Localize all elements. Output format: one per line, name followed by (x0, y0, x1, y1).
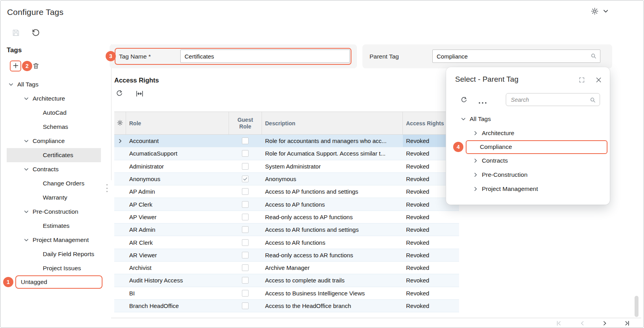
add-tag-button[interactable] (10, 60, 21, 71)
tree-item-all-tags[interactable]: All Tags (0, 77, 107, 92)
guest-role-checkbox[interactable] (242, 264, 249, 271)
table-row-ar-viewer[interactable]: AR ViewerRead-only access to AR function… (114, 249, 459, 262)
guest-role-checkbox[interactable] (242, 302, 249, 309)
splitter-grip-handle[interactable] (106, 184, 108, 192)
guest-role-checkbox-checked[interactable] (242, 176, 249, 182)
undo-button[interactable] (31, 28, 40, 38)
chevron-right-icon[interactable] (472, 172, 479, 178)
settings-gear-button[interactable] (591, 7, 599, 16)
previous-page-button[interactable] (579, 320, 586, 328)
search-input[interactable] (506, 93, 600, 106)
tree-item-autocad[interactable]: AutoCad (0, 106, 107, 120)
cell-access-rights: Revoked (403, 274, 459, 286)
save-button[interactable] (12, 29, 20, 38)
dialog-more-button[interactable] (478, 99, 487, 105)
guest-role-checkbox[interactable] (242, 277, 249, 284)
delete-tag-button[interactable] (32, 62, 40, 71)
tree-item-schemas[interactable]: Schemas (0, 120, 107, 134)
tree-item-project-management[interactable]: Project Management (446, 182, 610, 196)
parent-tag-input[interactable] (432, 49, 600, 63)
tree-item-label: Pre-Construction (482, 171, 527, 178)
table-row-anonymous[interactable]: AnonymousAnonymousRevoked (114, 173, 459, 185)
tree-item-pre-construction[interactable]: Pre-Construction (446, 168, 610, 182)
column-header-guest-role[interactable]: Guest Role (229, 112, 262, 134)
tree-item-label: All Tags (17, 81, 38, 88)
last-page-button[interactable] (624, 320, 631, 328)
guest-role-checkbox[interactable] (242, 188, 249, 195)
cell-role: AP Viewer (126, 211, 229, 223)
tree-item-pre-construction[interactable]: Pre-Construction (0, 205, 107, 219)
tree-item-label: Project Issues (43, 265, 81, 272)
table-row-ap-clerk[interactable]: AP ClerkAccess to AP functionsRevoked (114, 198, 459, 211)
chevron-down-icon[interactable] (23, 209, 29, 214)
tree-item-warranty[interactable]: Warranty (0, 191, 107, 205)
chevron-down-icon[interactable] (460, 116, 467, 122)
table-row-bi[interactable]: BIAccess to Business Intelligence ViewsR… (114, 287, 459, 300)
guest-role-checkbox[interactable] (242, 137, 249, 144)
chevron-down-icon[interactable] (23, 167, 29, 172)
table-row-ap-viewer[interactable]: AP ViewerRead-only access to AP function… (114, 211, 459, 224)
dialog-refresh-button[interactable] (460, 96, 468, 105)
expand-dialog-button[interactable] (578, 77, 585, 84)
tree-item-estimates[interactable]: Estimates (0, 219, 107, 233)
tree-item-project-issues[interactable]: Project Issues (0, 261, 107, 275)
tree-item-architecture[interactable]: Architecture (446, 126, 610, 140)
table-row-acumaticasupport[interactable]: AcumaticaSupportRole for Acumatica Suppo… (114, 147, 459, 160)
next-page-button[interactable] (601, 320, 608, 328)
chevron-right-icon[interactable] (472, 130, 479, 136)
guest-role-checkbox[interactable] (242, 252, 249, 258)
refresh-icon (460, 96, 468, 105)
first-page-button[interactable] (555, 320, 562, 328)
guest-role-checkbox[interactable] (242, 214, 249, 220)
column-header-role[interactable]: Role (126, 112, 229, 134)
tree-item-change-orders[interactable]: Change Orders (0, 176, 107, 191)
table-row-archivist[interactable]: ArchivistArchive ManagerRevoked (114, 262, 459, 274)
column-header-description[interactable]: Description (262, 112, 403, 134)
table-row-ar-clerk[interactable]: AR ClerkAccess to AR functionsRevoked (114, 236, 459, 249)
vertical-scrollbar-thumb[interactable] (635, 296, 639, 317)
guest-role-checkbox[interactable] (242, 163, 249, 170)
tree-item-contracts[interactable]: Contracts (0, 162, 107, 176)
chevron-down-icon[interactable] (8, 82, 14, 87)
table-row-accountant[interactable]: AccountantRole for accountants and manag… (114, 135, 459, 147)
chevron-down-icon[interactable] (23, 237, 29, 243)
next-page-icon (601, 320, 608, 328)
tree-item-all-tags[interactable]: All Tags (446, 112, 610, 126)
tree-item-project-management[interactable]: Project Management (0, 233, 107, 247)
tree-item-daily-field-reports[interactable]: Daily Field Reports (0, 247, 107, 261)
tree-item-untagged[interactable]: Untagged (15, 275, 102, 289)
table-row-ar-admin[interactable]: AR AdminAccess to AR functions and setti… (114, 224, 459, 236)
collapse-header-button[interactable] (603, 8, 609, 15)
lookup-magnifier-icon[interactable] (590, 53, 597, 61)
column-settings-gear[interactable] (114, 112, 126, 134)
chevron-right-icon[interactable] (472, 186, 479, 192)
table-row-ap-admin[interactable]: AP AdminAccess to AP functions and setti… (114, 185, 459, 198)
callout-4-badge: 4 (453, 142, 463, 152)
row-expand-chevron-icon[interactable] (114, 135, 126, 147)
chevron-right-icon[interactable] (472, 158, 479, 163)
table-row-branch-headoffice[interactable]: Branch HeadOfficeAccess to the HeadOffic… (114, 300, 459, 312)
tree-item-compliance[interactable]: Compliance (466, 140, 607, 154)
tag-name-input[interactable] (180, 49, 350, 63)
tree-item-architecture[interactable]: Architecture (0, 92, 107, 106)
table-row-administrator[interactable]: AdministratorSystem AdministratorRevoked (114, 160, 459, 173)
search-icon[interactable] (589, 97, 596, 105)
grid-refresh-button[interactable] (115, 90, 123, 99)
tree-item-contracts[interactable]: Contracts (446, 154, 610, 168)
guest-role-checkbox[interactable] (242, 226, 249, 233)
fit-width-button[interactable] (135, 90, 144, 99)
tag-name-label: Tag Name * (119, 53, 151, 60)
guest-role-checkbox[interactable] (242, 201, 249, 208)
guest-role-checkbox[interactable] (242, 239, 249, 246)
close-dialog-button[interactable] (595, 76, 602, 85)
cell-description: Access to AP functions (262, 198, 403, 210)
row-expander-cell (114, 249, 126, 261)
table-row-audit-history-access[interactable]: Audit History AccessAccess to complete a… (114, 274, 459, 287)
tree-item-compliance[interactable]: Compliance (0, 134, 107, 148)
chevron-down-icon[interactable] (23, 96, 29, 101)
cell-description: Role for accountants and managers who ac… (262, 135, 403, 147)
chevron-down-icon[interactable] (23, 138, 29, 144)
guest-role-checkbox[interactable] (242, 150, 249, 157)
guest-role-checkbox[interactable] (242, 290, 249, 297)
tree-item-certificates[interactable]: Certificates (7, 148, 101, 162)
